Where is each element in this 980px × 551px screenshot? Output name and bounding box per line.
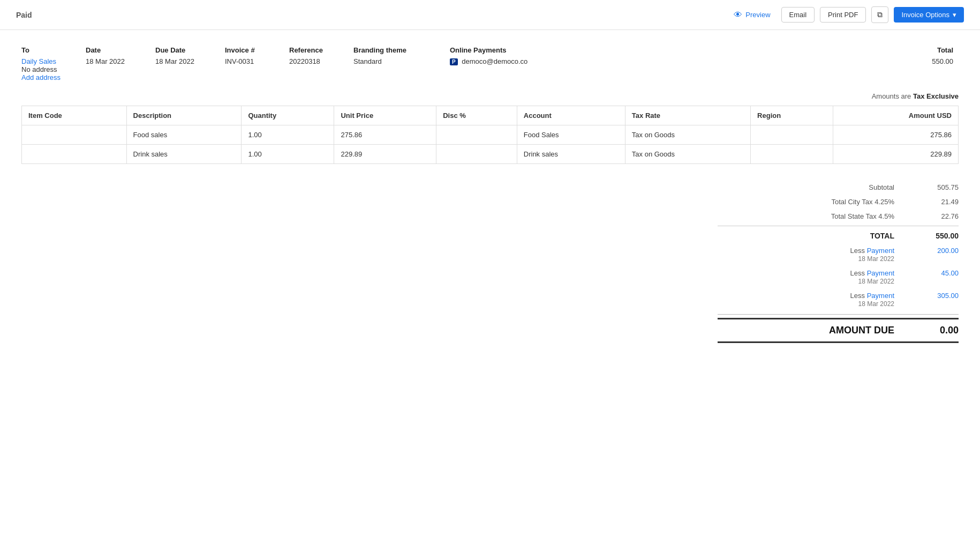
cell-tax-rate: Tax on Goods — [625, 145, 750, 164]
preview-button[interactable]: 👁 Preview — [728, 7, 775, 23]
col-tax-rate: Tax Rate — [625, 106, 750, 125]
total-label: TOTAL — [718, 232, 916, 240]
state-tax-value: 22.76 — [916, 212, 959, 220]
branding-label: Branding theme — [353, 46, 444, 54]
amount-due-value: 0.00 — [916, 325, 959, 336]
online-payments-value: P democo@democo.co — [450, 57, 562, 65]
cell-amount: 275.86 — [833, 125, 958, 145]
header-col-due-date: Due Date 18 Mar 2022 — [155, 46, 225, 65]
payment-group-2: Less Payment 18 Mar 2022 305.00 — [718, 288, 959, 311]
cell-item-code — [22, 145, 127, 164]
cell-description: Food sales — [126, 125, 242, 145]
page-wrapper: Paid 👁 Preview Email Print PDF ⧉ Invoice… — [0, 0, 980, 551]
city-tax-label: Total City Tax 4.25% — [718, 198, 916, 206]
invoice-options-button[interactable]: Invoice Options ▾ — [894, 7, 964, 23]
eye-icon: 👁 — [734, 10, 742, 20]
col-description: Description — [126, 106, 242, 125]
add-address-link[interactable]: Add address — [21, 73, 61, 81]
email-button[interactable]: Email — [781, 7, 815, 23]
total-value: 550.00 — [916, 232, 959, 240]
payment-label-0: Less Payment 18 Mar 2022 — [718, 247, 916, 263]
table-row: Drink sales 1.00 229.89 Drink sales Tax … — [22, 145, 959, 164]
header-col-online-payments: Online Payments P democo@democo.co — [450, 46, 568, 65]
top-bar: Paid 👁 Preview Email Print PDF ⧉ Invoice… — [0, 0, 980, 30]
totals-section: Subtotal 505.75 Total City Tax 4.25% 21.… — [21, 180, 959, 343]
cell-item-code — [22, 125, 127, 145]
date-value: 18 Mar 2022 — [86, 57, 150, 65]
chevron-down-icon: ▾ — [953, 11, 956, 19]
payment-label-1: Less Payment 18 Mar 2022 — [718, 269, 916, 285]
to-name-link[interactable]: Daily Sales — [21, 57, 56, 65]
payment-value-2: 305.00 — [916, 292, 959, 308]
payment-group-1: Less Payment 18 Mar 2022 45.00 — [718, 266, 959, 288]
col-account: Account — [517, 106, 625, 125]
invoice-table: Item Code Description Quantity Unit Pric… — [21, 106, 959, 164]
branding-value: Standard — [353, 57, 444, 65]
subtotal-row: Subtotal 505.75 — [718, 180, 959, 195]
state-tax-row: Total State Tax 4.5% 22.76 — [718, 209, 959, 224]
total-value: 550.00 — [568, 57, 953, 65]
col-item-code: Item Code — [22, 106, 127, 125]
paypal-icon: P — [450, 58, 458, 65]
tax-note: Amounts are Tax Exclusive — [21, 92, 959, 100]
no-address: No address — [21, 65, 80, 73]
main-content: To Daily Sales No address Add address Da… — [0, 30, 980, 359]
payment-link-2[interactable]: Payment — [867, 292, 894, 300]
totals-table: Subtotal 505.75 Total City Tax 4.25% 21.… — [718, 180, 959, 343]
cell-account: Food Sales — [517, 125, 625, 145]
payments-container: Less Payment 18 Mar 2022 200.00 Less Pay… — [718, 243, 959, 311]
col-unit-price: Unit Price — [334, 106, 436, 125]
invoice-header: To Daily Sales No address Add address Da… — [21, 46, 959, 81]
table-row: Food sales 1.00 275.86 Food Sales Tax on… — [22, 125, 959, 145]
header-col-branding: Branding theme Standard — [353, 46, 450, 65]
header-col-date: Date 18 Mar 2022 — [86, 46, 155, 65]
payment-link-0[interactable]: Payment — [867, 247, 894, 255]
col-amount: Amount USD — [833, 106, 958, 125]
table-header-row: Item Code Description Quantity Unit Pric… — [22, 106, 959, 125]
cell-description: Drink sales — [126, 145, 242, 164]
due-date-value: 18 Mar 2022 — [155, 57, 220, 65]
header-columns: To Daily Sales No address Add address Da… — [21, 46, 959, 81]
col-region: Region — [751, 106, 833, 125]
col-quantity: Quantity — [242, 106, 334, 125]
print-pdf-button[interactable]: Print PDF — [820, 7, 866, 23]
cell-disc — [436, 145, 517, 164]
subtotal-label: Subtotal — [718, 183, 916, 191]
invoice-status: Paid — [16, 11, 32, 19]
payment-value-0: 200.00 — [916, 247, 959, 263]
copy-button[interactable]: ⧉ — [871, 6, 888, 23]
to-label: To — [21, 46, 80, 54]
cell-region — [751, 145, 833, 164]
total-label: Total — [568, 46, 953, 54]
cell-quantity: 1.00 — [242, 125, 334, 145]
cell-unit-price: 275.86 — [334, 125, 436, 145]
header-col-reference: Reference 20220318 — [289, 46, 353, 65]
date-label: Date — [86, 46, 150, 54]
payment-link-1[interactable]: Payment — [867, 269, 894, 277]
cell-disc — [436, 125, 517, 145]
reference-value: 20220318 — [289, 57, 348, 65]
payment-label-2: Less Payment 18 Mar 2022 — [718, 292, 916, 308]
header-col-to: To Daily Sales No address Add address — [21, 46, 86, 81]
city-tax-value: 21.49 — [916, 198, 959, 206]
col-disc: Disc % — [436, 106, 517, 125]
cell-tax-rate: Tax on Goods — [625, 125, 750, 145]
payment-value-1: 45.00 — [916, 269, 959, 285]
header-col-invoice-num: Invoice # INV-0031 — [225, 46, 289, 65]
cell-region — [751, 125, 833, 145]
cell-amount: 229.89 — [833, 145, 958, 164]
copy-icon: ⧉ — [877, 10, 883, 19]
invoice-num-value: INV-0031 — [225, 57, 284, 65]
city-tax-row: Total City Tax 4.25% 21.49 — [718, 195, 959, 209]
due-date-label: Due Date — [155, 46, 220, 54]
cell-account: Drink sales — [517, 145, 625, 164]
amount-due-label: AMOUNT DUE — [718, 325, 916, 336]
header-col-total: Total 550.00 — [568, 46, 959, 65]
total-row: TOTAL 550.00 — [718, 228, 959, 243]
state-tax-label: Total State Tax 4.5% — [718, 212, 916, 220]
subtotal-value: 505.75 — [916, 183, 959, 191]
reference-label: Reference — [289, 46, 348, 54]
toolbar-actions: 👁 Preview Email Print PDF ⧉ Invoice Opti… — [728, 6, 964, 23]
payment-group-0: Less Payment 18 Mar 2022 200.00 — [718, 243, 959, 266]
amount-due-row: AMOUNT DUE 0.00 — [718, 318, 959, 343]
